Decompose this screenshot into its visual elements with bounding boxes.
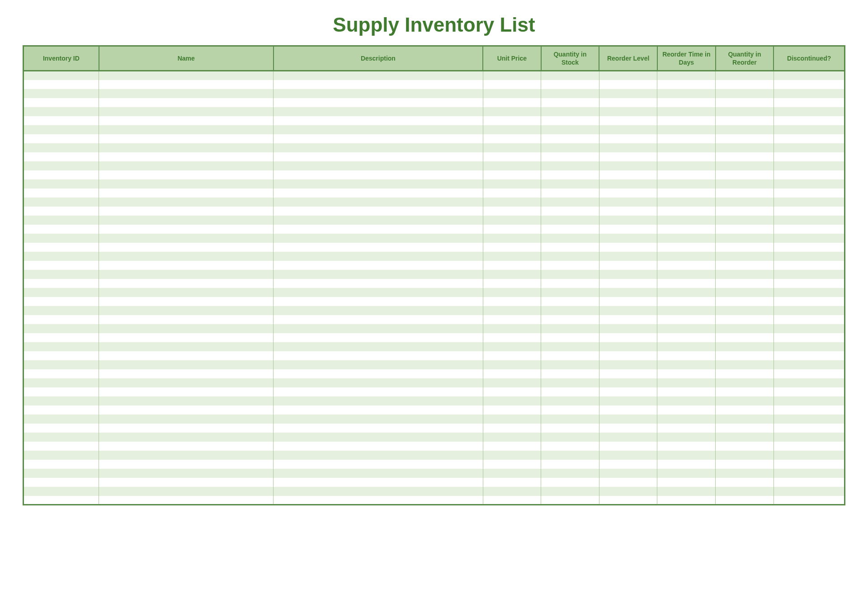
table-cell[interactable]	[274, 442, 483, 451]
table-cell[interactable]	[657, 71, 716, 80]
table-cell[interactable]	[24, 478, 99, 487]
table-cell[interactable]	[483, 216, 541, 225]
table-cell[interactable]	[24, 306, 99, 315]
table-cell[interactable]	[774, 170, 844, 179]
table-cell[interactable]	[99, 297, 274, 306]
table-cell[interactable]	[657, 378, 716, 387]
table-cell[interactable]	[99, 387, 274, 396]
table-cell[interactable]	[24, 225, 99, 234]
table-cell[interactable]	[24, 243, 99, 252]
table-cell[interactable]	[599, 71, 657, 80]
table-cell[interactable]	[483, 496, 541, 505]
table-cell[interactable]	[483, 288, 541, 297]
table-cell[interactable]	[599, 216, 657, 225]
table-cell[interactable]	[716, 198, 774, 207]
table-cell[interactable]	[774, 442, 844, 451]
table-cell[interactable]	[657, 116, 716, 125]
table-cell[interactable]	[483, 424, 541, 433]
table-cell[interactable]	[599, 387, 657, 396]
table-cell[interactable]	[599, 261, 657, 270]
table-cell[interactable]	[716, 107, 774, 116]
table-cell[interactable]	[716, 378, 774, 387]
table-cell[interactable]	[99, 252, 274, 261]
table-cell[interactable]	[99, 125, 274, 134]
table-cell[interactable]	[599, 125, 657, 134]
table-cell[interactable]	[774, 225, 844, 234]
table-cell[interactable]	[599, 234, 657, 243]
table-cell[interactable]	[274, 406, 483, 415]
table-cell[interactable]	[716, 116, 774, 125]
table-cell[interactable]	[541, 469, 599, 478]
table-cell[interactable]	[541, 333, 599, 342]
table-cell[interactable]	[274, 369, 483, 378]
table-cell[interactable]	[541, 234, 599, 243]
table-cell[interactable]	[99, 89, 274, 98]
table-cell[interactable]	[716, 80, 774, 89]
table-cell[interactable]	[599, 369, 657, 378]
table-cell[interactable]	[599, 469, 657, 478]
table-cell[interactable]	[99, 189, 274, 198]
table-cell[interactable]	[716, 342, 774, 351]
table-cell[interactable]	[99, 270, 274, 279]
table-cell[interactable]	[99, 433, 274, 442]
table-cell[interactable]	[657, 189, 716, 198]
table-cell[interactable]	[24, 279, 99, 288]
table-cell[interactable]	[716, 134, 774, 143]
table-cell[interactable]	[657, 324, 716, 333]
table-cell[interactable]	[274, 216, 483, 225]
table-cell[interactable]	[274, 252, 483, 261]
table-cell[interactable]	[541, 98, 599, 107]
table-cell[interactable]	[541, 442, 599, 451]
table-cell[interactable]	[657, 406, 716, 415]
table-cell[interactable]	[541, 243, 599, 252]
table-cell[interactable]	[599, 433, 657, 442]
table-cell[interactable]	[716, 324, 774, 333]
table-cell[interactable]	[774, 460, 844, 469]
table-cell[interactable]	[99, 342, 274, 351]
table-cell[interactable]	[657, 369, 716, 378]
table-cell[interactable]	[599, 152, 657, 161]
table-cell[interactable]	[274, 396, 483, 406]
table-cell[interactable]	[99, 451, 274, 460]
table-cell[interactable]	[541, 170, 599, 179]
table-cell[interactable]	[483, 360, 541, 369]
table-cell[interactable]	[483, 351, 541, 360]
table-cell[interactable]	[716, 396, 774, 406]
table-cell[interactable]	[274, 98, 483, 107]
table-cell[interactable]	[774, 125, 844, 134]
table-cell[interactable]	[774, 71, 844, 80]
table-cell[interactable]	[99, 279, 274, 288]
table-cell[interactable]	[24, 369, 99, 378]
table-cell[interactable]	[599, 451, 657, 460]
table-cell[interactable]	[774, 189, 844, 198]
table-cell[interactable]	[657, 161, 716, 170]
table-cell[interactable]	[774, 107, 844, 116]
table-cell[interactable]	[483, 333, 541, 342]
table-cell[interactable]	[716, 424, 774, 433]
table-cell[interactable]	[774, 315, 844, 324]
table-cell[interactable]	[274, 496, 483, 505]
table-cell[interactable]	[99, 469, 274, 478]
table-cell[interactable]	[774, 451, 844, 460]
table-cell[interactable]	[657, 487, 716, 496]
table-cell[interactable]	[657, 288, 716, 297]
table-cell[interactable]	[716, 252, 774, 261]
table-cell[interactable]	[774, 433, 844, 442]
table-cell[interactable]	[99, 198, 274, 207]
table-cell[interactable]	[657, 315, 716, 324]
table-cell[interactable]	[716, 469, 774, 478]
table-cell[interactable]	[599, 107, 657, 116]
table-cell[interactable]	[657, 424, 716, 433]
table-cell[interactable]	[541, 415, 599, 424]
table-cell[interactable]	[657, 198, 716, 207]
table-cell[interactable]	[599, 306, 657, 315]
table-cell[interactable]	[599, 179, 657, 189]
table-cell[interactable]	[274, 116, 483, 125]
table-cell[interactable]	[599, 98, 657, 107]
table-cell[interactable]	[483, 161, 541, 170]
table-cell[interactable]	[24, 460, 99, 469]
table-cell[interactable]	[599, 442, 657, 451]
table-cell[interactable]	[274, 107, 483, 116]
table-cell[interactable]	[274, 71, 483, 80]
table-cell[interactable]	[541, 116, 599, 125]
